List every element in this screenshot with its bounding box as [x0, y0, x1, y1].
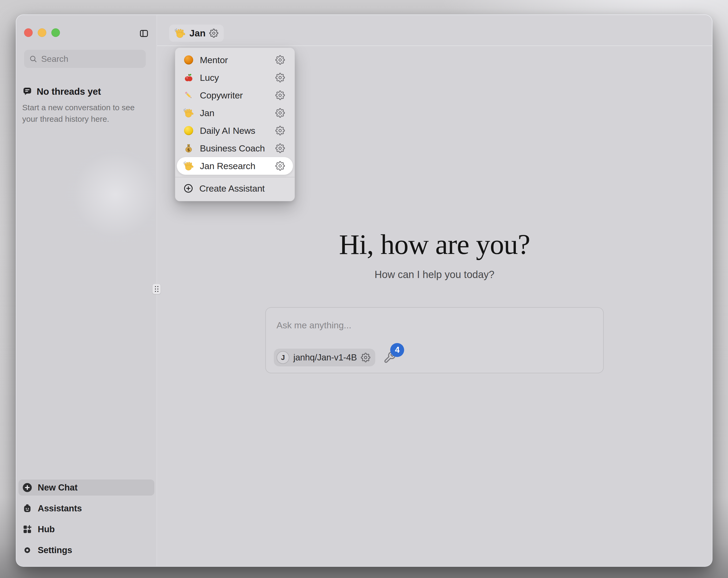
- sidebar-item-label: Hub: [38, 524, 55, 534]
- sidebar: No threads yet Start a new conversation …: [16, 15, 157, 566]
- gear-icon[interactable]: [275, 91, 285, 100]
- apple-icon: [183, 72, 194, 83]
- orange-circle-icon: [184, 55, 193, 65]
- sidebar-item-hub[interactable]: Hub: [19, 521, 154, 537]
- sidebar-item-assistants[interactable]: Assistants: [19, 500, 154, 517]
- menu-item-label: Copywriter: [200, 90, 243, 101]
- model-avatar: J: [277, 351, 289, 364]
- model-selector-button[interactable]: J janhq/Jan-v1-4B: [274, 349, 375, 366]
- threads-empty-state: No threads yet Start a new conversation …: [22, 86, 148, 125]
- menu-item-label: Mentor: [200, 55, 228, 65]
- gear-icon[interactable]: [361, 353, 370, 362]
- menu-item-lucy[interactable]: Lucy: [177, 69, 293, 86]
- gear-icon[interactable]: [275, 126, 285, 135]
- assistant-icon: [22, 503, 32, 513]
- menu-item-daily-ai-news[interactable]: Daily AI News: [177, 122, 293, 140]
- sidebar-toggle-button[interactable]: [139, 29, 149, 37]
- tools-button[interactable]: 4: [383, 351, 396, 364]
- empty-state-description-line1: Start a new conversation to see: [22, 102, 148, 113]
- current-assistant-name: Jan: [189, 28, 206, 39]
- menu-item-copywriter[interactable]: Copywriter: [177, 86, 293, 104]
- pencil-icon: [183, 90, 194, 101]
- waving-hand-icon: [183, 160, 194, 171]
- sidebar-item-settings[interactable]: Settings: [19, 542, 154, 558]
- main-area: Jan Mentor Lucy Copywriter Jan: [157, 15, 712, 566]
- empty-state-title: No threads yet: [37, 86, 101, 97]
- gear-icon[interactable]: [275, 55, 285, 65]
- circle-plus-icon: [183, 183, 193, 194]
- window-zoom-button[interactable]: [51, 28, 60, 37]
- tools-count-badge: 4: [390, 343, 404, 357]
- search-box[interactable]: [24, 50, 146, 68]
- composer-input[interactable]: Ask me anything...: [277, 320, 352, 330]
- menu-item-label: Lucy: [200, 73, 219, 83]
- search-input[interactable]: [41, 54, 141, 64]
- sidebar-item-label: Assistants: [38, 503, 82, 513]
- assistant-dropdown-menu: Mentor Lucy Copywriter Jan Daily AI News: [175, 48, 295, 201]
- sidebar-bottom-nav: New Chat Assistants Hub Settings: [19, 479, 154, 558]
- menu-item-mentor[interactable]: Mentor: [177, 51, 293, 69]
- greeting-title: Hi, how are you?: [157, 229, 712, 260]
- gear-icon[interactable]: [275, 161, 285, 171]
- search-icon: [29, 55, 37, 63]
- window-close-button[interactable]: [24, 28, 33, 37]
- chat-bubble-icon: [22, 86, 32, 97]
- money-bag-icon: [183, 143, 194, 154]
- greeting-subtitle: How can I help you today?: [157, 268, 712, 281]
- menu-item-label: Jan: [200, 108, 214, 118]
- sidebar-item-new-chat[interactable]: New Chat: [19, 479, 154, 496]
- menu-item-jan-research-selected[interactable]: Jan Research: [177, 157, 293, 175]
- create-assistant-button[interactable]: Create Assistant: [177, 180, 293, 197]
- app-window: No threads yet Start a new conversation …: [16, 15, 712, 566]
- gear-icon[interactable]: [275, 108, 285, 118]
- sidebar-item-label: Settings: [38, 545, 72, 555]
- gear-icon[interactable]: [275, 144, 285, 153]
- sidebar-resize-handle[interactable]: [153, 284, 160, 294]
- hub-grid-icon: [22, 524, 32, 534]
- waving-hand-icon: [183, 107, 194, 118]
- yellow-circle-icon: [184, 126, 193, 135]
- create-assistant-label: Create Assistant: [199, 183, 265, 194]
- chat-composer[interactable]: Ask me anything... J janhq/Jan-v1-4B 4: [265, 307, 604, 373]
- menu-item-label: Business Coach: [200, 143, 265, 154]
- menu-item-label: Daily AI News: [200, 126, 255, 136]
- menu-item-label: Jan Research: [200, 161, 255, 171]
- empty-state-description-line2: your thread history here.: [22, 113, 148, 125]
- sidebar-toggle-icon: [139, 29, 149, 38]
- menu-item-business-coach[interactable]: Business Coach: [177, 140, 293, 157]
- assistant-selector-button[interactable]: Jan: [169, 25, 224, 42]
- model-name: janhq/Jan-v1-4B: [293, 352, 357, 362]
- menu-item-jan[interactable]: Jan: [177, 104, 293, 122]
- waving-hand-icon: [175, 28, 186, 39]
- plus-circle-icon: [22, 482, 32, 493]
- gear-icon[interactable]: [275, 73, 285, 82]
- menu-divider: [175, 177, 294, 177]
- sidebar-item-label: New Chat: [38, 482, 78, 493]
- gear-filled-icon: [22, 545, 32, 555]
- gear-icon[interactable]: [209, 29, 218, 38]
- window-minimize-button[interactable]: [38, 28, 46, 37]
